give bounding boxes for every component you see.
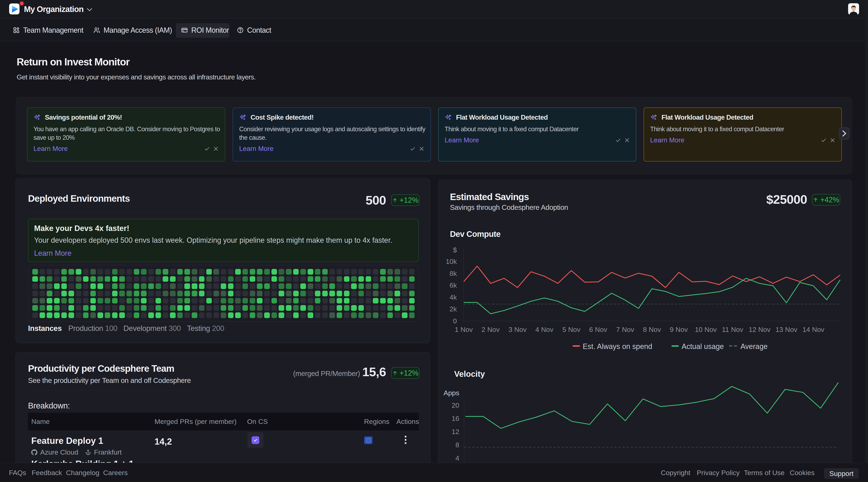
svg-text:Est. Always on spend: Est. Always on spend <box>583 342 652 351</box>
svg-text:3 Nov: 3 Nov <box>508 326 527 333</box>
svg-text:6 Nov: 6 Nov <box>589 326 607 333</box>
svg-text:2k: 2k <box>450 305 457 313</box>
svg-text:2 Nov: 2 Nov <box>482 326 500 333</box>
svg-text:Actual usage: Actual usage <box>682 342 724 351</box>
svg-text:10 Nov: 10 Nov <box>695 326 717 333</box>
svg-text:Average: Average <box>741 342 768 351</box>
svg-text:1 Nov: 1 Nov <box>455 326 473 333</box>
svg-text:8k: 8k <box>450 270 457 277</box>
svg-text:8: 8 <box>456 441 459 449</box>
svg-text:0: 0 <box>453 317 457 325</box>
svg-text:12: 12 <box>452 428 459 435</box>
svg-text:14 Nov: 14 Nov <box>802 326 824 333</box>
svg-text:10k: 10k <box>446 258 457 265</box>
svg-text:5 Nov: 5 Nov <box>562 326 581 333</box>
svg-text:8 Nov: 8 Nov <box>643 326 661 333</box>
svg-text:12 Nov: 12 Nov <box>749 326 771 333</box>
svg-text:4 Nov: 4 Nov <box>535 326 554 333</box>
svg-text:13 Nov: 13 Nov <box>775 326 797 333</box>
svg-text:Velocity: Velocity <box>454 369 485 379</box>
svg-text:4: 4 <box>456 454 459 462</box>
svg-text:$: $ <box>453 246 457 254</box>
svg-text:4k: 4k <box>450 293 457 301</box>
svg-text:20: 20 <box>452 401 459 409</box>
svg-text:16: 16 <box>452 415 459 422</box>
svg-text:Apps: Apps <box>444 389 460 397</box>
svg-text:11 Nov: 11 Nov <box>722 326 743 333</box>
svg-text:6k: 6k <box>450 281 457 289</box>
svg-text:9 Nov: 9 Nov <box>670 326 688 333</box>
svg-text:7 Nov: 7 Nov <box>616 326 634 333</box>
